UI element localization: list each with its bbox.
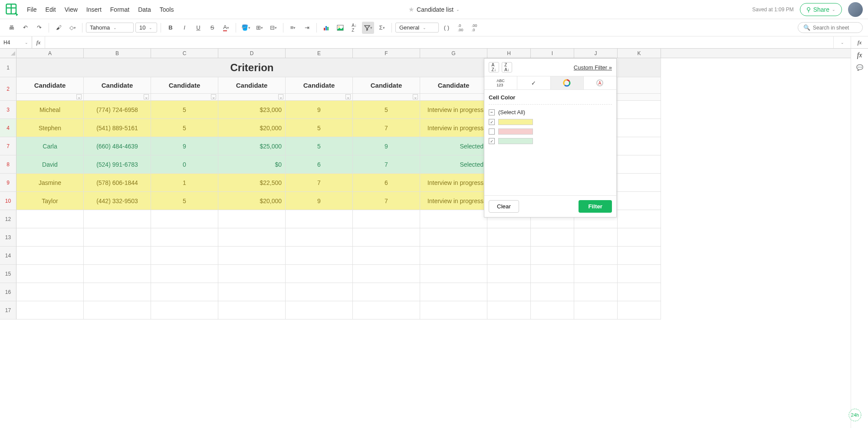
- data-cell[interactable]: $25,000: [218, 137, 286, 155]
- clear-format-button[interactable]: ◇▾: [66, 22, 79, 34]
- data-cell[interactable]: Jasmine: [16, 174, 84, 192]
- doc-title-chevron-icon[interactable]: ⌄: [456, 7, 460, 12]
- data-cell[interactable]: (442) 332-9503: [84, 192, 151, 210]
- empty-cell[interactable]: [84, 283, 151, 301]
- empty-cell[interactable]: [151, 210, 218, 228]
- data-cell[interactable]: 7: [353, 155, 420, 174]
- data-cell[interactable]: Carla: [16, 137, 84, 155]
- empty-cell[interactable]: [618, 228, 661, 247]
- empty-cell[interactable]: [286, 228, 353, 247]
- bold-button[interactable]: B: [164, 22, 177, 34]
- empty-cell[interactable]: [16, 301, 84, 319]
- filter-arrow-icon[interactable]: ⌄: [413, 94, 418, 99]
- number-format-select[interactable]: General⌄: [395, 23, 439, 33]
- col-header-h[interactable]: H: [487, 49, 531, 58]
- row-header[interactable]: 9: [0, 174, 16, 192]
- col-header-c[interactable]: C: [151, 49, 218, 58]
- row-header[interactable]: 7: [0, 137, 16, 155]
- data-cell[interactable]: (774) 724-6958: [84, 101, 151, 119]
- empty-cell[interactable]: [574, 283, 618, 301]
- filter-tab-text-color[interactable]: A: [584, 76, 616, 89]
- checkbox[interactable]: [489, 138, 495, 144]
- menu-insert[interactable]: Insert: [86, 6, 102, 13]
- header-cell[interactable]: Candidate: [420, 77, 487, 94]
- empty-cell[interactable]: [286, 247, 353, 265]
- sort-asc-button[interactable]: AZ↓: [489, 62, 499, 72]
- data-cell[interactable]: 5: [151, 192, 218, 210]
- fx-panel-icon[interactable]: fx: [858, 39, 861, 46]
- empty-cell[interactable]: [286, 265, 353, 283]
- empty-cell[interactable]: [151, 283, 218, 301]
- menu-tools[interactable]: Tools: [160, 6, 174, 13]
- menu-format[interactable]: Format: [110, 6, 129, 13]
- data-cell[interactable]: 5: [353, 101, 420, 119]
- row-header[interactable]: 17: [0, 301, 16, 319]
- data-cell[interactable]: Interview in progress: [420, 192, 487, 210]
- col-header-k[interactable]: K: [618, 49, 661, 58]
- custom-filter-link[interactable]: Custom Filter »: [574, 64, 612, 71]
- col-header-d[interactable]: D: [218, 49, 286, 58]
- data-cell[interactable]: Taylor: [16, 192, 84, 210]
- empty-cell[interactable]: [487, 283, 531, 301]
- parentheses-button[interactable]: ( ): [441, 22, 453, 34]
- data-cell[interactable]: 5: [286, 119, 353, 137]
- empty-cell[interactable]: [286, 283, 353, 301]
- data-cell[interactable]: 7: [353, 192, 420, 210]
- data-cell[interactable]: 1: [151, 174, 218, 192]
- empty-cell[interactable]: [487, 228, 531, 247]
- filter-color-option[interactable]: [489, 128, 612, 135]
- empty-cell[interactable]: [218, 210, 286, 228]
- data-cell[interactable]: Interview in progress: [420, 119, 487, 137]
- empty-cell[interactable]: [84, 228, 151, 247]
- strikethrough-button[interactable]: S: [206, 22, 218, 34]
- font-family-select[interactable]: Tahoma⌄: [86, 23, 134, 33]
- row-header[interactable]: 13: [0, 228, 16, 247]
- empty-cell[interactable]: [151, 228, 218, 247]
- filter-color-option[interactable]: [489, 138, 612, 144]
- row-header[interactable]: 14: [0, 247, 16, 265]
- format-painter-button[interactable]: 🖌: [53, 22, 65, 34]
- empty-cell[interactable]: [487, 265, 531, 283]
- merge-button[interactable]: ⊟▾: [267, 22, 279, 34]
- sort-button[interactable]: A↓Z: [348, 22, 360, 34]
- comments-sidebar-icon[interactable]: 💬: [856, 64, 863, 71]
- select-all-corner[interactable]: [0, 49, 16, 58]
- borders-button[interactable]: ⊞▾: [253, 22, 266, 34]
- empty-cell[interactable]: [574, 228, 618, 247]
- header-cell[interactable]: Candidate: [353, 77, 420, 94]
- empty-cell[interactable]: [420, 265, 487, 283]
- empty-cell[interactable]: [487, 301, 531, 319]
- data-cell[interactable]: 0: [151, 155, 218, 174]
- header-cell[interactable]: Candidate: [286, 77, 353, 94]
- empty-cell[interactable]: [218, 228, 286, 247]
- font-size-select[interactable]: 10⌄: [135, 23, 157, 33]
- col-header-g[interactable]: G: [420, 49, 487, 58]
- print-button[interactable]: 🖶: [5, 22, 17, 34]
- row-header[interactable]: 3: [0, 101, 16, 119]
- col-header-f[interactable]: F: [353, 49, 420, 58]
- data-cell[interactable]: 7: [286, 174, 353, 192]
- empty-cell[interactable]: [487, 247, 531, 265]
- filter-select-all[interactable]: (Select All): [489, 109, 612, 115]
- empty-cell[interactable]: [151, 247, 218, 265]
- col-header-e[interactable]: E: [286, 49, 353, 58]
- data-cell[interactable]: (578) 606-1844: [84, 174, 151, 192]
- filter-tab-text[interactable]: ABC123: [484, 76, 517, 89]
- empty-cell[interactable]: [151, 301, 218, 319]
- empty-cell[interactable]: [618, 283, 661, 301]
- data-cell[interactable]: (660) 484-4639: [84, 137, 151, 155]
- header-cell[interactable]: Candidate: [16, 77, 84, 94]
- row-header[interactable]: 16: [0, 283, 16, 301]
- empty-cell[interactable]: [531, 301, 574, 319]
- empty-cell[interactable]: [218, 283, 286, 301]
- empty-cell[interactable]: [353, 228, 420, 247]
- filter-button[interactable]: ▾: [362, 22, 374, 34]
- empty-cell[interactable]: [218, 265, 286, 283]
- decimal-dec-button[interactable]: .0.00: [454, 22, 467, 34]
- filter-arrow-icon[interactable]: ⌄: [144, 94, 149, 99]
- empty-cell[interactable]: [286, 210, 353, 228]
- redo-button[interactable]: ↷: [33, 22, 45, 34]
- data-cell[interactable]: Selected: [420, 155, 487, 174]
- align-button[interactable]: ≡▾: [287, 22, 299, 34]
- empty-cell[interactable]: [84, 265, 151, 283]
